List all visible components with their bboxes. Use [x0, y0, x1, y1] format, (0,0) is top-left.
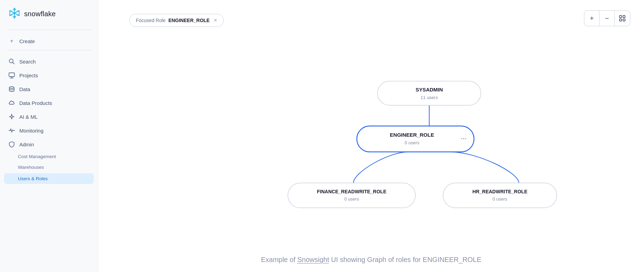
- svg-text:11 users: 11 users: [421, 95, 438, 100]
- sidebar-label-create: Create: [19, 38, 35, 44]
- sidebar-item-ai-ml[interactable]: AI & ML: [0, 110, 98, 124]
- sidebar-item-monitoring[interactable]: Monitoring: [0, 124, 98, 137]
- main-content: Focused Role ENGINEER_ROLE × + − SYSADMI…: [98, 0, 644, 272]
- logo-container: snowflake: [0, 7, 98, 28]
- database-icon: [8, 86, 15, 93]
- sidebar-item-admin[interactable]: Admin: [0, 137, 98, 151]
- svg-text:0 users: 0 users: [493, 196, 507, 202]
- sidebar-label-data: Data: [19, 86, 30, 92]
- svg-rect-32: [288, 183, 415, 208]
- zoom-fit-button[interactable]: [615, 11, 630, 26]
- focused-role-tag: Focused Role ENGINEER_ROLE ×: [129, 14, 224, 27]
- svg-rect-29: [357, 126, 474, 152]
- node-finance-role[interactable]: FINANCE_READWRITE_ROLE 0 users: [288, 183, 415, 208]
- sidebar-label-monitoring: Monitoring: [19, 128, 43, 134]
- svg-rect-24: [623, 19, 625, 21]
- svg-text:FINANCE_READWRITE_ROLE: FINANCE_READWRITE_ROLE: [317, 189, 386, 194]
- sidebar-label-ai-ml: AI & ML: [19, 114, 38, 120]
- sidebar-divider: [7, 30, 91, 30]
- node-menu-icon[interactable]: ···: [461, 134, 467, 142]
- sidebar-label-admin: Admin: [19, 142, 34, 147]
- sidebar-item-create[interactable]: + Create: [0, 34, 98, 48]
- caption-text-before: Example of: [261, 256, 298, 263]
- zoom-controls: + −: [584, 10, 630, 26]
- search-icon: [8, 58, 15, 65]
- sidebar-label-search: Search: [19, 59, 36, 65]
- graph-caption: Example of Snowsight UI showing Graph of…: [261, 256, 481, 264]
- sidebar: snowflake + Create Search Projects: [0, 0, 98, 272]
- sparkle-icon: [8, 113, 15, 120]
- svg-rect-22: [623, 16, 625, 18]
- svg-rect-35: [443, 183, 557, 208]
- sidebar-label-projects: Projects: [19, 72, 38, 78]
- svg-text:ENGINEER_ROLE: ENGINEER_ROLE: [390, 132, 434, 138]
- node-hr-role[interactable]: HR_READWRITE_ROLE 0 users: [443, 183, 557, 208]
- sidebar-sub-label-cost-management: Cost Management: [18, 154, 56, 159]
- sidebar-label-data-products: Data Products: [19, 100, 52, 106]
- svg-rect-26: [378, 81, 481, 105]
- sidebar-item-data[interactable]: Data: [0, 82, 98, 96]
- focused-role-label: Focused Role: [136, 18, 165, 23]
- plus-icon: +: [8, 38, 15, 45]
- svg-text:0 users: 0 users: [344, 196, 359, 202]
- focused-role-name: ENGINEER_ROLE: [168, 18, 210, 23]
- svg-text:0 users: 0 users: [405, 140, 420, 145]
- zoom-in-button[interactable]: +: [584, 11, 600, 26]
- caption-text-after: UI showing Graph of roles for ENGINEER_R…: [329, 256, 481, 263]
- sidebar-sub-label-warehouses: Warehouses: [18, 165, 44, 170]
- sidebar-sub-item-cost-management[interactable]: Cost Management: [0, 151, 98, 162]
- sidebar-sub-item-users-roles[interactable]: Users & Roles: [4, 173, 94, 184]
- sidebar-item-projects[interactable]: Projects: [0, 68, 98, 82]
- svg-point-20: [9, 87, 14, 88]
- caption-snowsight: Snowsight: [298, 256, 329, 263]
- svg-line-16: [13, 62, 14, 64]
- sidebar-sub-label-users-roles: Users & Roles: [18, 176, 48, 181]
- activity-icon: [8, 127, 15, 134]
- shield-icon: [8, 141, 15, 148]
- role-graph-svg: SYSADMIN 11 users ENGINEER_ROLE 0 users …: [195, 35, 643, 228]
- svg-text:HR_READWRITE_ROLE: HR_READWRITE_ROLE: [472, 189, 527, 194]
- snowflake-logo-icon: [8, 7, 21, 21]
- cloud-icon: [8, 99, 15, 106]
- node-sysadmin[interactable]: SYSADMIN 11 users: [378, 81, 481, 105]
- svg-text:SYSADMIN: SYSADMIN: [415, 87, 443, 93]
- svg-rect-21: [620, 16, 622, 18]
- monitor-icon: [8, 72, 15, 79]
- sidebar-item-data-products[interactable]: Data Products: [0, 96, 98, 110]
- sidebar-divider-2: [7, 50, 91, 50]
- sidebar-sub-item-warehouses[interactable]: Warehouses: [0, 162, 98, 173]
- zoom-out-button[interactable]: −: [600, 11, 615, 26]
- svg-rect-17: [9, 73, 14, 77]
- svg-rect-23: [620, 19, 622, 21]
- focused-role-close-button[interactable]: ×: [214, 18, 217, 23]
- node-engineer-role[interactable]: ENGINEER_ROLE 0 users ···: [357, 126, 474, 152]
- logo-text: snowflake: [24, 10, 56, 18]
- sidebar-item-search[interactable]: Search: [0, 55, 98, 68]
